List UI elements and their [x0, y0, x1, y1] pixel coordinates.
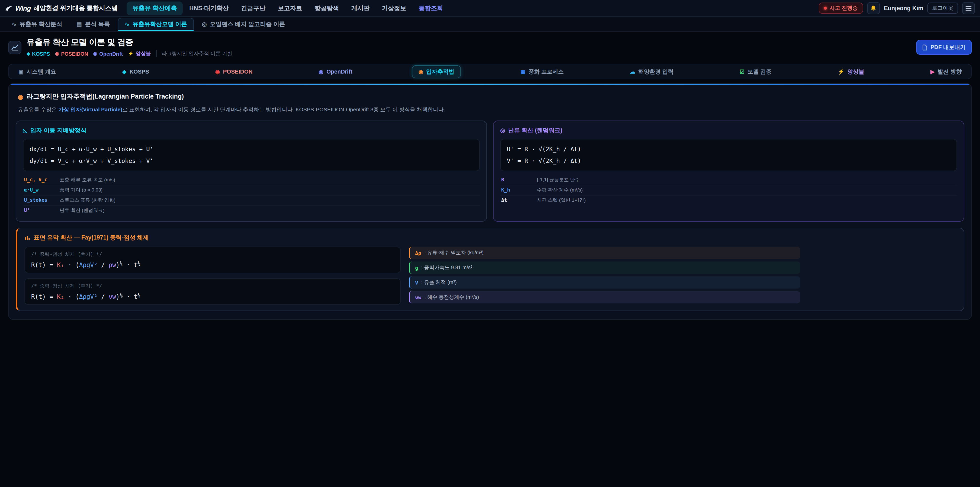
panel-accent-line [9, 84, 971, 85]
section-nav-label: POSEIDON [223, 69, 253, 75]
definition-term: V [415, 279, 418, 285]
wing-logo-icon [5, 5, 13, 11]
section-nav-item[interactable]: ◉OpenDrift [312, 66, 359, 77]
equation-cards-row: ◺ 입자 이동 지배방정식 dx/dt = U_c + α·U_w + U_st… [9, 121, 971, 222]
legend-desc: 표층 해류·조류 속도 (m/s) [60, 177, 479, 184]
section-nav-item[interactable]: ▦풍화 프로세스 [514, 65, 570, 78]
definition-desc: : 해수 동점성계수 (m²/s) [425, 294, 479, 301]
formula-segment: ½ [138, 260, 141, 266]
virtual-particle-link[interactable]: 가상 입자(Virtual Particle) [59, 106, 123, 112]
document-icon [922, 44, 928, 50]
particle-icon: ◉ [418, 69, 423, 75]
section-nav-label: 시스템 개요 [27, 68, 56, 75]
tab-label: 유출유 확산분석 [19, 20, 62, 28]
incident-badge-label: 사고 진행중 [830, 5, 858, 12]
turbulence-card-title: 난류 확산 (랜덤워크) [508, 127, 562, 134]
topnav-item[interactable]: 긴급구난 [235, 1, 271, 15]
lagrangian-title: 라그랑지안 입자추적법(Lagrangian Particle Tracking… [27, 93, 184, 101]
page-title: 유출유 확산 모델 이론 및 검증 [27, 37, 232, 48]
section-nav-item[interactable]: ◉POSEIDON [208, 66, 259, 77]
definition-term: νw [415, 294, 422, 300]
section-nav-item[interactable]: ☑모델 검증 [733, 65, 778, 78]
legend-desc: 수평 확산 계수 (m²/s) [537, 187, 956, 193]
tab-label: 오일펜스 배치 알고리즘 이론 [210, 20, 285, 28]
topnav-item[interactable]: 항공탐색 [309, 1, 345, 15]
code-comment: /* 중력-점성 체제 (후기) */ [31, 283, 394, 290]
topnav-item[interactable]: 유출유 확산예측 [127, 1, 183, 15]
formula-segment: · ( [64, 293, 79, 300]
model-badges: ◆KOSPS◉POSEIDON◉OpenDrift⚡앙상블 [27, 50, 151, 57]
fay-card-title: 표면 유막 확산 — Fay(1971) 중력-점성 체제 [34, 234, 149, 241]
tab-item[interactable]: ▤분석 목록 [70, 17, 117, 31]
brand[interactable]: Wing 해양환경 위기대응 통합시스템 [5, 4, 118, 13]
line-chart-icon [11, 43, 19, 51]
tab-item[interactable]: ∿유출유 확산분석 [5, 17, 69, 31]
tab-item[interactable]: ∿유출유확산모델 이론 [118, 18, 194, 31]
section-nav-item[interactable]: ☁해양환경 입력 [623, 65, 680, 78]
turbulence-card-title-row: ◎ 난류 확산 (랜덤워크) [500, 127, 957, 134]
definition-row: Δρ: 유류-해수 밀도차 (kg/m³) [409, 247, 800, 259]
section-nav-item[interactable]: ⚡앙상블 [831, 65, 871, 78]
governing-card-title-row: ◺ 입자 이동 지배방정식 [23, 127, 480, 134]
check-square-icon: ☑ [740, 69, 745, 75]
page-icon [8, 41, 21, 54]
definition-desc: : 중력가속도 9.81 m/s² [422, 264, 473, 271]
fay-grid: /* 중력-관성 체제 (초기) */R(t) = K₁ · (ΔρgV² / … [24, 247, 800, 305]
topnav-item[interactable]: 게시판 [345, 1, 375, 15]
red-dot-icon: ◉ [215, 69, 220, 75]
legend-desc: 난류 확산 (랜덤워크) [60, 208, 479, 214]
diamond-icon: ◆ [122, 69, 126, 75]
topnav-item[interactable]: HNS·대기확산 [184, 1, 234, 15]
square-icon: ▦ [520, 69, 525, 75]
chart-icon: ∿ [12, 21, 16, 27]
section-nav-item[interactable]: ◉입자추적법 [412, 65, 461, 78]
tab-label: 분석 목록 [85, 20, 110, 28]
legend-desc: 스토크스 표류 (파랑 영향) [60, 197, 479, 204]
pdf-export-button[interactable]: PDF 내보내기 [916, 40, 972, 55]
page-header-text: 유출유 확산 모델 이론 및 검증 ◆KOSPS◉POSEIDON◉OpenDr… [27, 37, 232, 57]
triangle-ruler-icon: ◺ [23, 128, 27, 134]
definition-row: νw: 해수 동점성계수 (m²/s) [409, 291, 800, 303]
content-panel: ◉ 라그랑지안 입자추적법(Lagrangian Particle Tracki… [8, 83, 972, 320]
section-nav-label: 발전 방향 [938, 68, 962, 75]
formula-segment: νw [109, 293, 116, 300]
lightning-icon: ⚡ [838, 68, 844, 75]
menu-button[interactable] [962, 2, 975, 14]
incident-status-badge: 사고 진행중 [819, 3, 863, 14]
formula-segment: K₁ [57, 262, 64, 269]
legend-desc: 풍력 기여 (α ≈ 0.03) [60, 187, 479, 193]
model-badge: ◉OpenDrift [93, 51, 123, 56]
topnav-item[interactable]: 기상정보 [376, 1, 412, 15]
page-meta: ◆KOSPS◉POSEIDON◉OpenDrift⚡앙상블 라그랑지안 입자추적… [27, 50, 232, 57]
formula-segment: · t [123, 293, 138, 300]
formula-segment: ρw [109, 262, 116, 269]
section-nav-label: OpenDrift [326, 69, 352, 75]
topnav-item[interactable]: 보고자료 [272, 1, 308, 15]
definition-term: Δρ [415, 250, 422, 255]
turbulence-code-block: U' = R · √(2K_h / Δt) V' = R · √(2K_h / … [500, 139, 957, 171]
description-text: 유출유를 수많은 [18, 106, 59, 112]
app-root: Wing 해양환경 위기대응 통합시스템 유출유 확산예측HNS·대기확산긴급구… [0, 0, 980, 487]
legend-term: U_stokes [24, 197, 55, 203]
formula-segment: R(t) = [31, 262, 57, 269]
legend-desc: [-1,1] 균등분포 난수 [537, 177, 956, 184]
legend-row: Δt시간 스텝 (일반 1시간) [500, 196, 957, 205]
tab-item[interactable]: ◎오일펜스 배치 알고리즘 이론 [195, 17, 292, 31]
section-nav-item[interactable]: ▣시스템 개요 [12, 65, 63, 78]
particle-icon: ◉ [18, 93, 23, 101]
formula-segment: K₂ [57, 293, 64, 300]
lightning-icon: ⚡ [128, 51, 134, 56]
section-nav-label: 풍화 프로세스 [528, 68, 564, 75]
notifications-button[interactable] [867, 2, 880, 14]
governing-legend: U_c, V_c표층 해류·조류 속도 (m/s)α·U_w풍력 기여 (α ≈… [23, 175, 480, 216]
section-nav-item[interactable]: ◆KOSPS [116, 66, 156, 77]
section-nav-item[interactable]: ▶발전 방향 [924, 65, 968, 78]
formula-segment: ΔρgV² [79, 293, 97, 300]
red-dot-icon: ◉ [55, 51, 59, 56]
topnav-item[interactable]: 통합조회 [413, 1, 449, 15]
definition-row: g: 중력가속도 9.81 m/s² [409, 262, 800, 274]
logout-button[interactable]: 로그아웃 [928, 3, 958, 14]
turbulence-legend: R[-1,1] 균등분포 난수K_h수평 확산 계수 (m²/s)Δt시간 스텝… [500, 175, 957, 205]
pdf-export-label: PDF 내보내기 [931, 43, 966, 51]
legend-term: R [501, 177, 532, 182]
